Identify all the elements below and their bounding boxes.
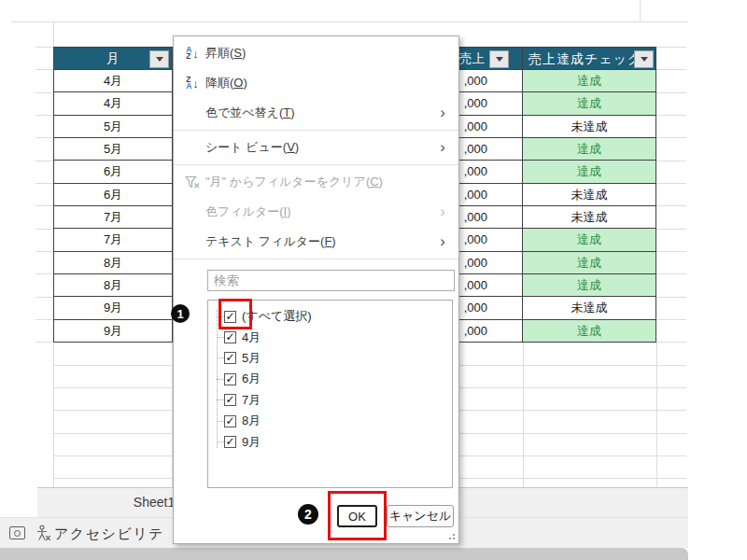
table-cell-check[interactable]: 達成 [523,161,656,183]
table-cell-month[interactable]: 5月 [54,138,173,161]
dropdown-arrow-icon [156,57,163,62]
sort-desc-icon: ZA↓ [179,77,205,91]
table-cell-month[interactable]: 7月 [54,206,173,229]
gridline [53,410,173,411]
filter-value-row[interactable]: ✓8月 [208,411,452,431]
filter-search-input[interactable] [207,270,455,291]
table-cell-check[interactable]: 達成 [523,252,656,274]
table-cell-month[interactable]: 6月 [54,161,173,183]
gridline [35,69,53,70]
gridline [35,47,53,48]
filter-value-row[interactable]: ✓6月 [208,369,452,389]
menu-separator [174,130,458,131]
checkbox-checked[interactable]: ✓ [224,394,236,406]
gridline [656,137,686,138]
checkbox-checked[interactable]: ✓ [224,415,236,427]
checkbox-checked[interactable]: ✓ [224,352,236,364]
menu-item-F[interactable]: テキスト フィルター(F)› [174,227,458,257]
macro-record-icon[interactable] [9,526,25,539]
table-cell-check[interactable]: 達成 [523,274,656,297]
table-cell-month[interactable]: 9月 [54,297,173,319]
gridline [35,137,53,138]
table-cell-check[interactable]: 未達成 [523,184,656,206]
gridline [35,115,53,116]
menu-item-T[interactable]: 色で並べ替え(T)› [174,98,458,128]
menu-item-O[interactable]: ZA↓降順(O) [174,68,458,98]
gridline [656,273,686,274]
submenu-arrow-icon: › [440,107,453,119]
gridline [35,92,53,93]
gridline [656,161,686,161]
filter-value-label: 8月 [242,413,261,429]
checkbox-checked[interactable]: ✓ [224,436,236,448]
checkbox-checked[interactable]: ✓ [224,331,236,343]
filter-value-row[interactable]: ✓5月 [208,348,452,369]
gridline [35,205,53,206]
menu-item-label: "月" からフィルターをクリア(C) [205,174,453,190]
table-cell-check[interactable]: 達成 [523,70,656,92]
filter-value-row[interactable]: ✓9月 [208,431,452,452]
gridline [656,297,686,298]
column-header-check-label: 売上達成チェック [529,51,641,66]
gridline [640,0,641,21]
table-cell-month[interactable]: 8月 [54,252,173,274]
menu-item-label: 降順(O) [205,75,453,91]
table-cell-month[interactable]: 8月 [54,274,173,297]
table-cell-check[interactable]: 達成 [523,138,656,161]
filter-dropdown-button-sales[interactable] [489,50,509,68]
table-cell-check[interactable]: 達成 [523,320,656,343]
menu-item-S[interactable]: AZ↓昇順(S) [174,38,458,68]
tree-stub [217,399,224,400]
table-cell-month[interactable]: 9月 [54,320,173,343]
table-cell-check[interactable]: 未達成 [523,116,656,138]
menu-item-V[interactable]: シート ビュー(V)› [174,133,458,162]
filter-value-row[interactable]: ✓7月 [208,390,452,411]
annotation-box-ok [328,491,387,540]
column-header-check: 売上達成チェック [523,47,656,70]
filter-value-label: 9月 [242,434,261,451]
submenu-arrow-icon: › [440,206,453,217]
cancel-button[interactable]: キャンセル [387,505,454,527]
table-cell-check[interactable]: 達成 [523,229,656,251]
filter-dropdown-button-month[interactable] [149,50,169,68]
gridline [53,387,173,388]
resize-grip[interactable] [446,531,456,540]
checkbox-checked[interactable]: ✓ [224,373,236,385]
menu-item-label: 色フィルター(I) [205,203,440,220]
gridline [35,273,53,274]
menu-item-label: 昇順(S) [205,45,453,62]
filter-value-label: (すべて選択) [242,308,312,325]
table-column-month: 月 4月4月5月5月6月6月7月7月8月8月9月9月 [53,47,173,343]
gridline [35,319,53,320]
filter-value-label: 7月 [242,392,261,409]
tree-stub [217,357,224,358]
tree-stub [217,441,224,442]
table-cell-month[interactable]: 4月 [54,70,173,92]
table-cell-month[interactable]: 7月 [54,229,173,251]
table-cell-check[interactable]: 未達成 [523,297,656,319]
table-cell-check[interactable]: 未達成 [523,206,656,229]
gridline [656,229,686,230]
filter-menu: AZ↓昇順(S)ZA↓降順(O)色で並べ替え(T)›シート ビュー(V)›"月"… [173,35,459,544]
gridline [656,92,686,93]
accessibility-status-text[interactable]: アクセシビリテ [54,525,164,543]
annotation-step-2-badge: 2 [298,504,318,525]
gridline [459,478,686,479]
filter-value-label: 5月 [242,350,261,367]
gridline [35,161,53,161]
table-cell-check[interactable]: 達成 [523,92,656,115]
filter-value-row[interactable]: ✓4月 [208,327,452,347]
table-cell-month[interactable]: 6月 [54,184,173,206]
tree-stub [217,421,224,422]
gridline [459,410,686,411]
submenu-arrow-icon: › [440,142,453,153]
gridline [11,21,688,22]
gridline [656,69,686,70]
table-cell-month[interactable]: 4月 [54,92,173,115]
menu-item-label: テキスト フィルター(F) [205,233,440,250]
filter-dropdown-button-check[interactable] [634,50,654,68]
menu-item-I: 色フィルター(I)› [174,197,458,227]
gridline [35,229,53,230]
table-cell-month[interactable]: 5月 [54,116,173,138]
gridline [459,433,686,434]
